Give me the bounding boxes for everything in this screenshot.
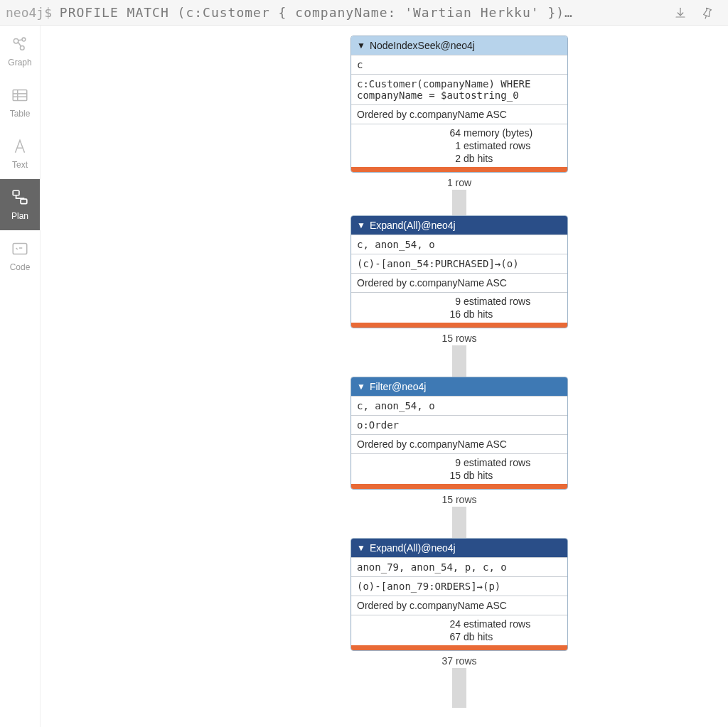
download-button[interactable] [674, 6, 687, 19]
query-text: PROFILE MATCH (c:Customer { companyName:… [60, 5, 573, 20]
flow-connector [452, 507, 466, 538]
operator-cost-bar [351, 484, 567, 489]
graph-icon [11, 35, 29, 53]
topbar-actions [674, 6, 722, 19]
plan-icon [11, 188, 29, 207]
operator-title: Expand(All)@neo4j [370, 220, 456, 231]
query-topbar: neo4j$ PROFILE MATCH (c:Customer { compa… [0, 0, 728, 26]
pin-button[interactable] [701, 6, 714, 19]
operator-order: Ordered by c.companyName ASC [351, 273, 567, 292]
plan-operator-nodeindexseek[interactable]: ▼ NodeIndexSeek@neo4j c c:Customer(compa… [350, 36, 568, 173]
collapse-icon: ▼ [357, 41, 365, 50]
collapse-icon: ▼ [357, 543, 365, 553]
svg-rect-9 [13, 243, 27, 254]
sidebar-label-text: Text [12, 160, 28, 170]
svg-rect-8 [21, 199, 27, 204]
sidebar-item-code[interactable]: Code [0, 230, 40, 281]
sidebar-item-graph[interactable]: Graph [0, 26, 40, 77]
plan-canvas[interactable]: ▼ NodeIndexSeek@neo4j c c:Customer(compa… [41, 26, 728, 727]
pin-icon [701, 6, 714, 19]
operator-stats: 9estimated rows 15db hits [351, 453, 567, 484]
flow-rows-label: 37 rows [441, 655, 476, 667]
operator-header[interactable]: ▼ Expand(All)@neo4j [351, 539, 567, 557]
operator-header[interactable]: ▼ Expand(All)@neo4j [351, 216, 567, 235]
operator-order: Ordered by c.companyName ASC [351, 434, 567, 453]
svg-rect-7 [13, 190, 19, 195]
operator-title: NodeIndexSeek@neo4j [370, 40, 475, 51]
collapse-icon: ▼ [357, 382, 365, 392]
operator-detail: o:Order [351, 415, 567, 434]
sidebar-label-table: Table [10, 109, 31, 119]
operator-identifiers: c, anon_54, o [351, 396, 567, 415]
operator-order: Ordered by c.companyName ASC [351, 104, 567, 124]
sidebar-item-plan[interactable]: Plan [0, 179, 40, 230]
flow-rows-label: 15 rows [441, 333, 476, 344]
operator-order: Ordered by c.companyName ASC [351, 596, 567, 615]
operator-identifiers: c [351, 55, 567, 74]
query-prompt: neo4j$ PROFILE MATCH (c:Customer { compa… [0, 5, 573, 20]
operator-stats: 9estimated rows 16db hits [351, 292, 567, 323]
operator-cost-bar [351, 645, 567, 650]
flow-rows-label: 1 row [447, 177, 471, 188]
flow-connector [452, 190, 466, 215]
flow-connector [452, 345, 466, 377]
operator-header[interactable]: ▼ Filter@neo4j [351, 377, 567, 396]
plan-operator-expandall-1[interactable]: ▼ Expand(All)@neo4j c, anon_54, o (c)-[a… [350, 215, 568, 328]
plan-operator-filter[interactable]: ▼ Filter@neo4j c, anon_54, o o:Order Ord… [350, 377, 568, 490]
download-icon [674, 6, 687, 19]
sidebar-item-table[interactable]: Table [0, 77, 40, 128]
prompt-prefix: neo4j$ [6, 5, 60, 20]
operator-stats: 24estimated rows 67db hits [351, 615, 567, 645]
svg-point-1 [22, 38, 26, 41]
plan-column: ▼ NodeIndexSeek@neo4j c c:Customer(compa… [350, 36, 568, 708]
sidebar-item-text[interactable]: Text [0, 128, 40, 179]
flow-rows-label: 15 rows [441, 494, 476, 505]
sidebar-label-plan: Plan [11, 211, 28, 221]
operator-stats: 64memory (bytes) 1estimated rows 2db hit… [351, 124, 567, 167]
svg-rect-3 [13, 90, 27, 100]
operator-title: Filter@neo4j [370, 381, 427, 392]
operator-detail: (c)-[anon_54:PURCHASED]→(o) [351, 254, 567, 273]
operator-identifiers: c, anon_54, o [351, 235, 567, 254]
sidebar-label-code: Code [10, 262, 31, 272]
operator-header[interactable]: ▼ NodeIndexSeek@neo4j [351, 36, 567, 55]
operator-title: Expand(All)@neo4j [370, 542, 456, 554]
operator-cost-bar [351, 323, 567, 328]
operator-detail: (o)-[anon_79:ORDERS]→(p) [351, 576, 567, 596]
text-icon [11, 137, 29, 156]
result-view-sidebar: Graph Table Text Plan Code [0, 26, 41, 727]
collapse-icon: ▼ [357, 220, 365, 230]
flow-connector [452, 668, 466, 708]
sidebar-label-graph: Graph [8, 58, 31, 68]
table-icon [11, 86, 29, 104]
operator-identifiers: anon_79, anon_54, p, c, o [351, 557, 567, 576]
operator-detail: c:Customer(companyName) WHERE companyNam… [351, 74, 567, 104]
plan-operator-expandall-2[interactable]: ▼ Expand(All)@neo4j anon_79, anon_54, p,… [350, 538, 568, 651]
code-icon [11, 239, 29, 258]
operator-cost-bar [351, 167, 567, 172]
